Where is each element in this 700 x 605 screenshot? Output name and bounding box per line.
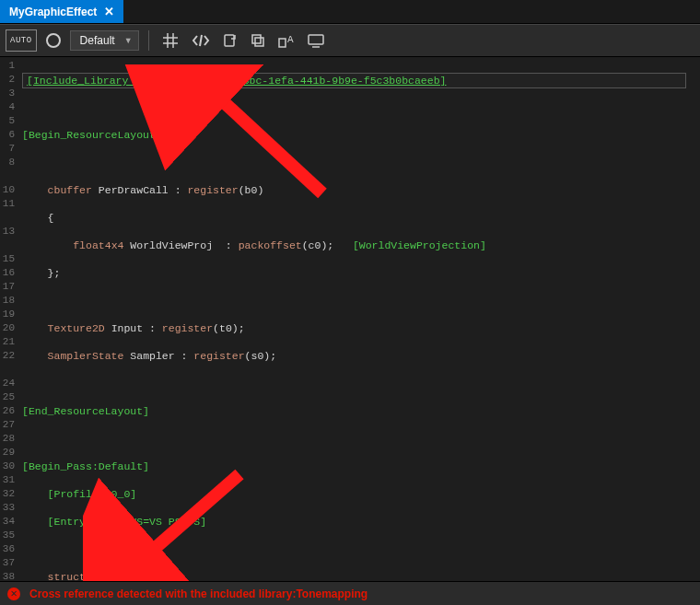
svg-rect-7 [255,38,263,46]
line-number: 37 [0,556,15,570]
toolbar: AUTO Default ▼ A [0,24,700,57]
line-number: 24 [0,377,15,390]
line-number: 6 [0,128,15,142]
grid-icon[interactable] [158,29,182,52]
line-number: 20 [0,321,15,335]
line-number: 33 [0,501,15,515]
monitor-icon[interactable] [304,29,328,52]
line-number: 27 [0,418,15,432]
line-number: 34 [0,515,15,529]
line-number: 38 [0,570,15,580]
code-area[interactable]: [Include_Library Tonemapping d42f43bc-1e… [18,57,700,580]
line-number: 15 [0,252,15,266]
chevron-down-icon: ▼ [124,36,133,45]
copy-icon[interactable] [247,29,269,52]
directive: [Begin_Pass:Default] [22,460,149,472]
tab-title: MyGraphicEffect [9,6,97,18]
line-number: 5 [0,114,15,128]
line-number [0,239,15,252]
line-number: 30 [0,460,15,473]
line-number: 16 [0,266,15,280]
line-number: 25 [0,390,15,404]
line-number: 4 [0,100,15,114]
close-icon[interactable]: ✕ [104,5,114,18]
tab-mygraphiceffect[interactable]: MyGraphicEffect ✕ [0,0,123,23]
line-number: 35 [0,529,15,542]
export-icon[interactable] [219,29,241,52]
line-number: 22 [0,349,15,363]
line-number: 36 [0,542,15,556]
line-gutter: 1 2 3 4 5 6 7 8 10 11 13 15 16 17 18 19 … [0,57,18,580]
line-number: 8 [0,156,15,169]
line-number [0,363,15,377]
svg-line-4 [200,35,202,46]
line-number: 29 [0,446,15,460]
line-number: 1 [0,59,15,73]
code-editor[interactable]: 1 2 3 4 5 6 7 8 10 11 13 15 16 17 18 19 … [0,57,700,580]
line-number: 28 [0,432,15,446]
separator [148,30,149,51]
auto-button[interactable]: AUTO [6,29,37,52]
svg-rect-10 [309,35,323,44]
line-number: 17 [0,280,15,294]
line-number: 26 [0,404,15,418]
line-number [0,211,15,225]
error-message: Cross reference detected with the includ… [29,588,368,600]
line-number: 21 [0,335,15,349]
line-number: 11 [0,197,15,211]
text-tool-icon[interactable]: A [274,29,298,52]
circle-icon [46,33,61,48]
directive: [End_ResourceLayout] [22,405,149,417]
line-number: 2 [0,73,15,87]
directive: [Begin_ResourceLayout] [22,129,162,141]
pass-dropdown[interactable]: Default ▼ [70,30,139,51]
line-number: 18 [0,294,15,308]
svg-text:A: A [287,34,294,45]
svg-rect-6 [252,35,261,43]
status-bar: ✕ Cross reference detected with the incl… [0,581,700,605]
dropdown-label: Default [80,34,115,47]
line-number: 31 [0,473,15,487]
include-directive: [Include_Library Tonemapping d42f43bc-1e… [22,73,686,88]
line-number: 32 [0,487,15,501]
code-icon[interactable] [188,29,214,52]
record-button[interactable] [42,29,64,52]
line-number: 7 [0,142,15,156]
svg-rect-8 [279,39,286,47]
line-number: 19 [0,308,15,321]
error-icon[interactable]: ✕ [7,588,20,600]
line-number [0,169,15,183]
svg-rect-5 [225,35,234,46]
line-number: 13 [0,225,15,239]
line-number: 10 [0,183,15,197]
line-number: 3 [0,87,15,100]
tab-bar: MyGraphicEffect ✕ [0,0,700,24]
